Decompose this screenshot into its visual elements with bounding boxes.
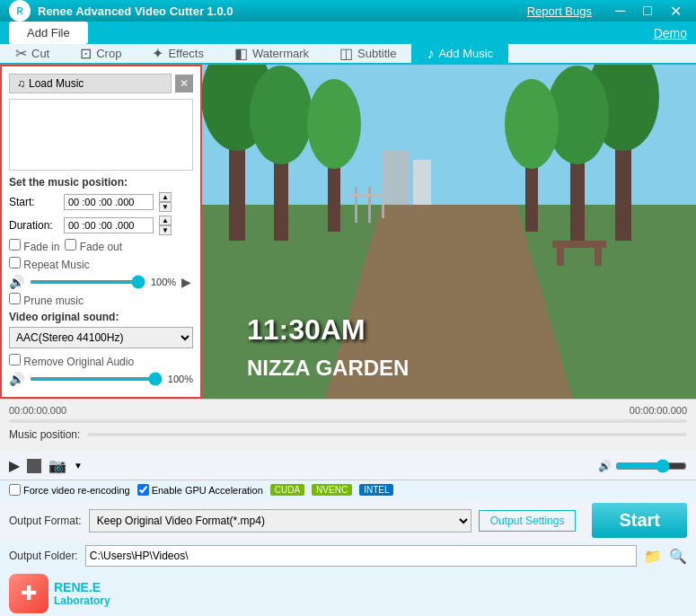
volume-row: 🔊 100% ▶ [9, 275, 193, 289]
load-music-button[interactable]: ♫ Load Music [9, 74, 172, 93]
remove-audio-label[interactable]: Remove Original Audio [9, 354, 134, 368]
main-content-area: ♫ Load Music ✕ Set the music position: S… [0, 65, 696, 399]
tab-add-music[interactable]: ♪ Add Music [411, 44, 508, 63]
start-button[interactable]: Start [592, 503, 687, 538]
crop-icon: ⊡ [80, 45, 92, 62]
duration-time-input[interactable] [64, 217, 154, 233]
output-format-select[interactable]: Keep Original Video Format(*.mp4) [89, 509, 471, 532]
window-controls: ─ □ ✕ [610, 1, 687, 22]
subtitle-icon: ◫ [339, 45, 353, 62]
logo-line2: Laboratory [54, 594, 110, 607]
prune-music-checkbox[interactable] [9, 293, 21, 304]
duration-label: Duration: [9, 219, 58, 232]
video-volume-row: 🔊 100% [9, 372, 193, 386]
volume-ctrl-icon: 🔊 [598, 460, 612, 472]
timeline-area: 00:00:00.000 00:00:00.000 Music position… [0, 399, 696, 452]
repeat-music-checkbox[interactable] [9, 257, 21, 268]
fade-out-label[interactable]: Fade out [65, 239, 122, 253]
remove-audio-text: Remove Original Audio [23, 356, 134, 368]
demo-link[interactable]: Demo [654, 26, 687, 40]
music-position-label: Music position: [9, 428, 80, 441]
timeline-bar[interactable] [9, 419, 687, 423]
video-preview: 11:30AM NIZZA GARDEN [202, 65, 696, 399]
volume-slider[interactable] [30, 280, 145, 284]
video-scene-svg: 11:30AM NIZZA GARDEN [202, 65, 696, 399]
audio-format-select[interactable]: AAC(Stereo 44100Hz) [9, 327, 193, 348]
timeline-times: 00:00:00.000 00:00:00.000 [9, 405, 687, 416]
load-music-label: Load Music [29, 77, 84, 90]
duration-up-btn[interactable]: ▲ [159, 216, 172, 225]
start-time-input[interactable] [64, 194, 154, 210]
duration-time-row: Duration: ▲ ▼ [9, 216, 193, 235]
output-settings-button[interactable]: Output Settings [479, 510, 577, 532]
browse-folder-button[interactable]: 📁 [644, 548, 662, 565]
timeline-time-right: 00:00:00.000 [630, 405, 687, 416]
volume-ctrl-slider[interactable] [615, 459, 687, 473]
report-bugs-link[interactable]: Report Bugs [527, 4, 592, 18]
svg-point-14 [505, 79, 559, 169]
play-button[interactable]: ▶ [9, 457, 20, 474]
prune-music-label[interactable]: Prune music [9, 293, 84, 307]
tab-bar: ✂ Cut ⊡ Crop ✦ Effects ◧ Watermark ◫ Sub… [0, 44, 696, 65]
stop-button[interactable] [27, 459, 41, 473]
fade-out-checkbox[interactable] [65, 239, 76, 251]
tab-watermark-label: Watermark [252, 47, 309, 60]
music-play-button[interactable]: ▶ [181, 275, 191, 289]
cuda-badge: CUDA [270, 484, 304, 496]
repeat-music-label[interactable]: Repeat Music [9, 257, 90, 271]
tab-watermark[interactable]: ◧ Watermark [219, 44, 324, 63]
start-up-btn[interactable]: ▲ [159, 192, 172, 202]
force-encoding-checkbox[interactable] [9, 484, 21, 496]
tab-effects[interactable]: ✦ Effects [137, 44, 219, 63]
cut-icon: ✂ [15, 45, 27, 62]
music-icon: ♪ [427, 46, 434, 62]
load-music-row: ♫ Load Music ✕ [9, 74, 193, 93]
svg-rect-20 [557, 248, 564, 266]
duration-down-btn[interactable]: ▼ [159, 225, 172, 235]
force-encoding-label[interactable]: Force video re-encoding [9, 484, 130, 496]
force-encoding-text: Force video re-encoding [23, 485, 130, 496]
repeat-music-text: Repeat Music [23, 259, 89, 271]
svg-rect-22 [382, 151, 409, 205]
titlebar: R Renee Advanced Video Cutter 1.0.0 Repo… [0, 0, 696, 22]
logo-line1: RENE.E [54, 580, 110, 594]
music-list [9, 99, 193, 171]
bottom-controls: 00:00:00.000 00:00:00.000 Music position… [0, 399, 696, 616]
remove-audio-checkbox[interactable] [9, 354, 21, 365]
fade-in-text: Fade in [23, 241, 59, 253]
duration-time-spinner: ▲ ▼ [159, 216, 172, 235]
screenshot-dropdown-icon[interactable]: ▼ [74, 461, 83, 471]
music-position-row: Music position: [9, 428, 687, 441]
tab-cut-label: Cut [31, 47, 49, 60]
maximize-button[interactable]: □ [638, 1, 657, 22]
svg-rect-16 [368, 187, 371, 223]
add-file-button[interactable]: Add File [9, 22, 88, 44]
video-volume-slider[interactable] [30, 377, 163, 381]
tab-crop[interactable]: ⊡ Crop [65, 44, 137, 63]
volume-icon: 🔊 [9, 275, 24, 289]
logo-icon: ✚ [9, 574, 48, 613]
encoding-options: Force video re-encoding Enable GPU Accel… [9, 484, 393, 496]
folder-path-input[interactable] [85, 545, 637, 567]
fade-in-checkbox[interactable] [9, 239, 21, 251]
music-note-icon: ♫ [17, 77, 25, 90]
start-down-btn[interactable]: ▼ [159, 202, 172, 212]
nvenc-badge: NVENC [312, 484, 352, 496]
fade-out-text: Fade out [80, 241, 122, 253]
app-logo: R [9, 0, 31, 22]
minimize-button[interactable]: ─ [610, 1, 630, 22]
close-button[interactable]: ✕ [665, 1, 687, 22]
screenshot-button[interactable]: 📷 [48, 457, 66, 474]
fade-in-label[interactable]: Fade in [9, 239, 59, 253]
intel-badge: INTEL [359, 484, 393, 496]
gpu-acceleration-checkbox[interactable] [137, 484, 149, 496]
close-music-button[interactable]: ✕ [175, 75, 193, 92]
search-folder-button[interactable]: 🔍 [669, 548, 687, 565]
tab-subtitle[interactable]: ◫ Subtitle [324, 44, 411, 63]
svg-rect-23 [413, 160, 431, 205]
gpu-acceleration-label[interactable]: Enable GPU Acceleration [137, 484, 263, 496]
svg-rect-19 [552, 241, 606, 248]
tab-effects-label: Effects [168, 47, 204, 60]
tab-cut[interactable]: ✂ Cut [0, 44, 65, 63]
audio-format-row: AAC(Stereo 44100Hz) [9, 327, 193, 348]
